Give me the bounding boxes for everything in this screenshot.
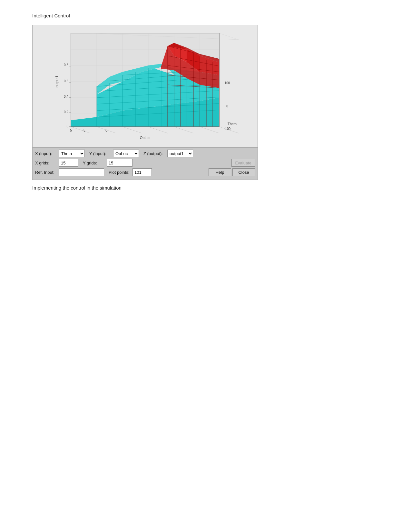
y-input-label: Y (input): (89, 151, 112, 156)
controls-row-1: X (input): Theta Y (input): ObLoc Z (out… (35, 150, 255, 157)
svg-text:0.6: 0.6 (64, 79, 68, 83)
x-input-label: X (input): (35, 151, 58, 156)
svg-text:5: 5 (70, 129, 72, 132)
svg-text:0: 0 (226, 104, 228, 108)
svg-text:0.2: 0.2 (64, 110, 68, 114)
svg-text:0: 0 (105, 129, 107, 132)
close-button[interactable]: Close (232, 168, 255, 176)
svg-text:0.8: 0.8 (64, 63, 68, 67)
dialog-container: output1 0 0.2 0.4 0.6 0.8 (32, 25, 258, 180)
z-output-label: Z (output): (143, 151, 166, 156)
svg-line-59 (148, 127, 168, 133)
ref-input-label: Ref. Input: (35, 170, 58, 175)
svg-text:Theta: Theta (228, 122, 237, 126)
svg-line-6 (219, 33, 239, 40)
y-grids-label: Y grids: (83, 161, 105, 165)
svg-text:0: 0 (66, 124, 68, 128)
controls-row-2: X grids: 15 Y grids: 15 Evaluate (35, 159, 255, 167)
svg-text:-5: -5 (83, 129, 85, 132)
x-grids-input[interactable]: 15 (59, 159, 78, 167)
x-input-select[interactable]: Theta (59, 150, 85, 157)
svg-line-58 (122, 127, 142, 133)
z-output-select[interactable]: output1 (167, 150, 193, 157)
svg-text:output1: output1 (55, 75, 59, 87)
svg-line-60 (174, 127, 193, 133)
controls-row-3: Ref. Input: Plot points: Help Close (35, 168, 255, 176)
ref-input-field[interactable] (59, 168, 104, 176)
y-grids-input[interactable]: 15 (107, 159, 132, 167)
below-text: Implementing the control in the simulati… (0, 180, 411, 191)
controls-area: X (input): Theta Y (input): ObLoc Z (out… (33, 148, 258, 180)
svg-text:100: 100 (225, 81, 230, 85)
plot-svg: output1 0 0.2 0.4 0.6 0.8 (52, 30, 239, 143)
svg-text:ObLoc: ObLoc (140, 136, 151, 140)
svg-line-61 (200, 127, 219, 133)
plot-points-input[interactable] (132, 168, 152, 176)
svg-line-56 (71, 127, 90, 133)
plot-area: output1 0 0.2 0.4 0.6 0.8 (33, 25, 258, 148)
y-input-select[interactable]: ObLoc (113, 150, 139, 157)
svg-text:0.4: 0.4 (64, 95, 68, 98)
help-button[interactable]: Help (209, 168, 231, 176)
plot-points-label: Plot points: (109, 170, 131, 175)
evaluate-button[interactable]: Evaluate (231, 159, 255, 167)
x-grids-label: X grids: (35, 161, 58, 165)
page-title: Intelligent Control (0, 0, 411, 25)
svg-text:-100: -100 (224, 127, 230, 131)
